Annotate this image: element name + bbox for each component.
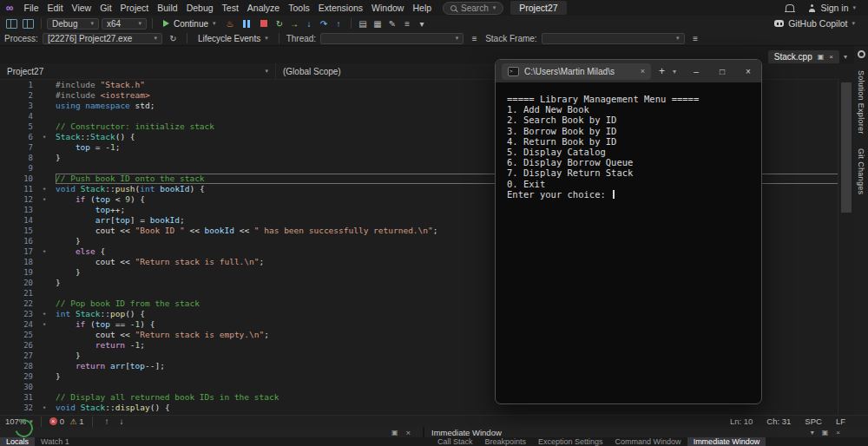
panel-tab-watch-1[interactable]: Watch 1 <box>35 437 76 446</box>
standard-toolbar: Debug▾ x64▾ Continue ▾ ♨↻→↓↷↑ ▤▦✎≡▾ GitH… <box>0 16 868 31</box>
menu-edit[interactable]: Edit <box>43 0 67 16</box>
search-box[interactable]: Search ▾ <box>443 2 503 15</box>
solution-configuration-dropdown[interactable]: Debug▾ <box>47 18 99 30</box>
menu-help[interactable]: Help <box>408 0 436 16</box>
tab-stack-cpp[interactable]: Stack.cpp ▣ × <box>768 50 839 63</box>
fold-chevron-icon[interactable]: ▾ <box>33 184 56 194</box>
caret-position-cluster: Ln: 10 Ch: 31 SPC LF <box>730 416 845 426</box>
list-icon[interactable]: ≡ <box>401 17 414 30</box>
warning-indicator[interactable]: ⚠ 1 <box>69 416 83 426</box>
fold-chevron-icon[interactable]: ▾ <box>33 403 56 413</box>
chevron-down-icon[interactable]: ▾ <box>811 429 814 436</box>
minimize-icon[interactable]: – <box>683 60 709 82</box>
fold-chevron-icon[interactable]: ▾ <box>33 132 56 142</box>
panel-tab-immediate-window[interactable]: Immediate Window <box>687 437 766 446</box>
window-position-icon[interactable]: ▣ <box>391 429 398 436</box>
new-tab-icon[interactable]: + <box>659 65 665 77</box>
window-layout-2-icon[interactable] <box>23 19 34 29</box>
hot-reload-icon[interactable]: ♨ <box>224 17 237 30</box>
continue-button[interactable]: Continue ▾ <box>158 17 221 30</box>
close-icon[interactable]: × <box>735 60 761 82</box>
fold-chevron-icon[interactable]: ▾ <box>33 246 56 257</box>
menu-window[interactable]: Window <box>367 0 408 16</box>
editor-scrollbar[interactable] <box>838 79 854 415</box>
break-all-icon[interactable] <box>243 20 250 28</box>
chevron-down-icon[interactable]: ▾ <box>673 68 676 75</box>
watch-window-icon[interactable]: ▦ <box>372 17 385 30</box>
close-icon[interactable]: × <box>829 53 833 61</box>
step-out-icon[interactable]: ↑ <box>332 17 345 30</box>
notifications-bell-icon[interactable] <box>786 4 794 11</box>
panel-tab-locals[interactable]: Locals <box>0 437 35 446</box>
panel-tab-exception-settings[interactable]: Exception Settings <box>532 437 609 446</box>
menu-analyze[interactable]: Analyze <box>243 0 284 16</box>
step-into-icon[interactable]: ↓ <box>303 17 316 30</box>
line-ending-indicator[interactable]: LF <box>836 416 845 426</box>
toolbar-overflow-icon[interactable]: ▾ <box>416 17 429 30</box>
output-window-icon[interactable]: ▤ <box>357 17 370 30</box>
panel-tab-command-window[interactable]: Command Window <box>609 437 687 446</box>
step-over-icon[interactable]: ↷ <box>318 17 331 30</box>
menu-debug[interactable]: Debug <box>182 0 218 16</box>
menu-project[interactable]: Project <box>116 0 154 16</box>
status-separator <box>92 416 93 427</box>
process-dropdown[interactable]: [22276] Project27.exe▾ <box>43 33 162 44</box>
console-title-bar[interactable]: C:\Users\Martin Milad\s × + ▾ – □ × <box>496 60 761 82</box>
next-issue-icon[interactable]: ↓ <box>115 416 128 428</box>
toolbar-separator <box>152 18 153 29</box>
lifecycle-events-button[interactable]: Lifecycle Events ▾ <box>194 34 272 43</box>
tab-list-chevron-icon[interactable]: ▾ <box>844 53 847 63</box>
line-number: 13 <box>0 205 33 215</box>
menu-test[interactable]: Test <box>218 0 243 16</box>
menu-tools[interactable]: Tools <box>284 0 314 16</box>
chevron-down-icon: ▾ <box>493 4 496 11</box>
column-indicator[interactable]: Ch: 31 <box>766 416 791 426</box>
side-tab-solution-explorer[interactable]: Solution Explorer <box>857 70 865 134</box>
menu-git[interactable]: Git <box>95 0 115 16</box>
stop-debugging-icon[interactable] <box>260 20 267 27</box>
close-icon[interactable]: × <box>641 67 645 75</box>
window-position-icon[interactable]: ▣ <box>822 429 829 436</box>
project-value: Project27 <box>7 67 43 76</box>
window-layout-icon[interactable] <box>6 19 17 29</box>
menu-extensions[interactable]: Extensions <box>314 0 367 16</box>
stack-frame-list-icon[interactable]: ≡ <box>689 32 702 44</box>
console-window[interactable]: C:\Users\Martin Milad\s × + ▾ – □ × ====… <box>495 59 762 404</box>
fold-chevron-icon[interactable]: ▾ <box>33 319 56 330</box>
refresh-process-icon[interactable]: ↻ <box>167 32 180 44</box>
copilot-icon <box>774 20 784 27</box>
spaces-indicator[interactable]: SPC <box>805 416 822 426</box>
maximize-icon[interactable]: □ <box>709 60 735 82</box>
pin-icon[interactable]: ▣ <box>818 53 825 61</box>
error-indicator[interactable]: 0 <box>49 416 64 426</box>
show-next-statement-icon[interactable]: → <box>288 17 301 30</box>
github-copilot-badge[interactable]: GitHub Copilot ▾ <box>774 18 855 29</box>
platform-dropdown[interactable]: x64▾ <box>102 18 147 30</box>
line-number: 26 <box>0 340 33 351</box>
fold-chevron-icon[interactable]: ▾ <box>33 309 56 319</box>
close-icon[interactable]: × <box>405 428 411 437</box>
thread-dropdown[interactable]: ▾ <box>320 33 464 44</box>
edit-icon[interactable]: ✎ <box>386 17 399 30</box>
close-icon[interactable]: × <box>836 429 840 436</box>
previous-issue-icon[interactable]: ↑ <box>101 416 114 428</box>
restart-icon[interactable]: ↻ <box>273 17 286 30</box>
project-dropdown[interactable]: Project27 ▾ <box>0 63 276 79</box>
scrollbar-thumb[interactable] <box>841 82 852 213</box>
panel-tab-breakpoints[interactable]: Breakpoints <box>479 437 533 446</box>
console-tab[interactable]: C:\Users\Martin Milad\s × <box>502 63 651 80</box>
panel-tab-call-stack[interactable]: Call Stack <box>431 437 479 446</box>
fold-chevron-icon[interactable]: ▾ <box>33 194 56 205</box>
menu-view[interactable]: View <box>68 0 96 16</box>
menu-file[interactable]: File <box>20 0 43 16</box>
gear-icon[interactable] <box>858 50 865 58</box>
immediate-window-header: Immediate Window ▾ ▣ × <box>424 427 868 437</box>
stack-frame-dropdown[interactable]: ▾ <box>542 33 685 44</box>
menu-build[interactable]: Build <box>153 0 181 16</box>
console-output[interactable]: ===== Library Management Menu =====1. Ad… <box>496 82 761 403</box>
line-number: 4 <box>0 111 33 121</box>
thread-list-icon[interactable]: ≡ <box>468 32 481 44</box>
sign-in-button[interactable]: Sign in ▾ <box>808 3 856 13</box>
line-indicator[interactable]: Ln: 10 <box>730 416 753 426</box>
side-tab-git-changes[interactable]: Git Changes <box>857 148 865 194</box>
